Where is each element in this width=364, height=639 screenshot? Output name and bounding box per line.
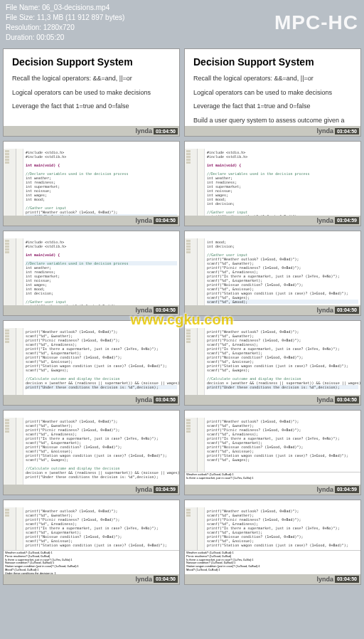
file-meta: File Name: 06_03-decisions.mp4 File Size… <box>6 3 124 43</box>
card-footer: lynda03:04:59 <box>185 485 360 495</box>
code-area: #include <stdio.h> #include <stdlib.h> i… <box>23 238 179 305</box>
watermark: www.cgku.com <box>131 312 234 328</box>
card-footer: lynda03:04:50 <box>4 216 179 226</box>
slide-card-1: Decision Support System Recall the logic… <box>3 48 180 137</box>
slide-card-2: Decision Support System Recall the logic… <box>184 48 361 137</box>
code-area: printf("Weather outlook? (1=Good, 0=Bad)… <box>205 418 360 472</box>
code-card-5: printf("Weather outlook? (1=Good, 0=Bad)… <box>3 320 180 406</box>
card-footer: lynda03:04:50 <box>185 574 360 584</box>
console-output: Weather outlook? (1=Good, 0=Bad):1 Is th… <box>185 472 360 485</box>
card-footer: lynda03:04:50 <box>185 126 360 136</box>
card-footer: lynda03:04:50 <box>4 395 179 405</box>
code-area: printf("Weather outlook? (1=Good, 0=Bad)… <box>205 328 360 395</box>
code-card-1: #include <stdio.h> #include <stdlib.h> i… <box>3 141 180 226</box>
code-area: #include <stdio.h> #include <stdlib.h> i… <box>205 149 360 216</box>
console-output: Weather outlook? (1=Good, 0=Bad):1 Picni… <box>4 550 179 574</box>
meta-header: File Name: 06_03-decisions.mp4 File Size… <box>0 0 364 46</box>
code-card-4: int mood; int decision; //Gather user in… <box>184 231 361 316</box>
card-footer: lynda03:04:50 <box>185 395 360 405</box>
code-card-6: printf("Weather outlook? (1=Good, 0=Bad)… <box>184 320 361 406</box>
code-area: printf("Weather outlook? (1=Good, 0=Bad)… <box>205 507 360 550</box>
code-area: #include <stdio.h> #include <stdlib.h> i… <box>23 149 179 216</box>
slide-heading: Decision Support System <box>193 56 352 68</box>
card-footer: lynda03:04:59 <box>4 485 179 495</box>
card-footer: lynda03:04:59 <box>185 216 360 226</box>
slide-text: Leverage the fact that 1=true and 0=fals… <box>193 102 352 111</box>
slide-text: Logical operators can be used to make de… <box>12 89 171 97</box>
slide-text: Recall the logical operators: &&=and, ||… <box>193 75 352 83</box>
code-area: int mood; int decision; //Gather user in… <box>205 238 360 305</box>
ide-sidebar <box>4 149 16 216</box>
code-card-7: printf("Weather outlook? (1=Good, 0=Bad)… <box>3 410 180 495</box>
code-card-8: printf("Weather outlook? (1=Good, 0=Bad)… <box>184 410 361 495</box>
card-footer: lynda03:04:50 <box>4 574 179 584</box>
card-footer: lynda03:04:50 <box>4 126 179 136</box>
code-card-3: #include <stdio.h> #include <stdlib.h> i… <box>3 231 180 316</box>
code-card-9: printf("Weather outlook? (1=Good, 0=Bad)… <box>3 500 180 585</box>
code-area: printf("Weather outlook? (1=Good, 0=Bad)… <box>23 418 179 485</box>
console-output: Weather outlook? (1=Good, 0=Bad):1 Picni… <box>185 550 360 574</box>
app-title: MPC-HC <box>274 11 358 34</box>
code-area: printf("Weather outlook? (1=Good, 0=Bad)… <box>23 507 179 550</box>
slide-text: Recall the logical operators: &&=and, ||… <box>12 75 171 83</box>
slide-text: Logical operators can be used to make de… <box>193 89 352 97</box>
slide-text: Leverage the fact that 1=true and 0=fals… <box>12 102 171 111</box>
code-card-2: #include <stdio.h> #include <stdlib.h> i… <box>184 141 361 226</box>
code-card-10: printf("Weather outlook? (1=Good, 0=Bad)… <box>184 500 361 585</box>
code-area: printf("Weather outlook? (1=Good, 0=Bad)… <box>23 328 179 395</box>
slide-heading: Decision Support System <box>12 56 171 68</box>
line-gutter <box>16 149 23 216</box>
